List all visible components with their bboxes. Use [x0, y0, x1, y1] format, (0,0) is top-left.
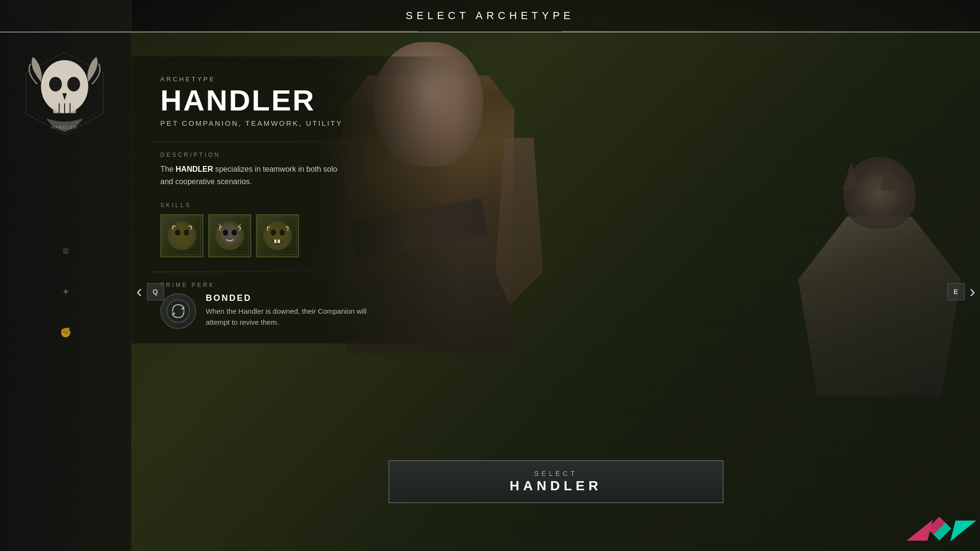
right-key-label: E	[947, 283, 965, 300]
skill-icon-2[interactable]	[208, 214, 251, 257]
perk-text: BONDED When the Handler is downed, their…	[206, 293, 368, 328]
left-key-label: Q	[147, 283, 164, 300]
left-panel: HANDLER ≡ ✦ ✊	[0, 0, 132, 551]
svg-point-14	[223, 229, 228, 235]
select-button-name: HANDLER	[510, 478, 602, 494]
skills-section: SKILLS	[160, 202, 438, 257]
logo-x: ◤	[951, 517, 970, 541]
info-panel: ARCHETYPE HANDLER PET COMPANION, TEAMWOR…	[132, 56, 457, 343]
svg-point-10	[173, 224, 191, 243]
nav-arrow-right[interactable]: E ›	[947, 282, 975, 302]
dog-body	[798, 157, 961, 396]
sidebar-icon-menu[interactable]: ≡	[55, 241, 77, 262]
header-left-line	[0, 31, 418, 32]
studio-logo: ◢ ◤	[908, 517, 970, 541]
description-section: DESCRIPTION The HANDLER specializes in t…	[160, 152, 438, 187]
logo-v: ◢	[908, 517, 927, 541]
skill-icon-3-inner	[263, 221, 292, 250]
svg-point-21	[167, 300, 189, 322]
archetype-name: HANDLER	[160, 86, 438, 115]
divider-1	[151, 142, 438, 142]
skill-icon-3[interactable]	[256, 214, 299, 257]
svg-point-12	[184, 229, 189, 235]
sidebar-icon-fist[interactable]: ✊	[55, 322, 77, 343]
perk-description: When the Handler is downed, their Compan…	[206, 306, 368, 328]
svg-point-15	[232, 229, 237, 235]
perk-icon-svg	[165, 298, 191, 324]
select-handler-button[interactable]: SELECT HANDLER	[389, 460, 724, 503]
skills-label: SKILLS	[160, 202, 438, 209]
sidebar-icons-container: ≡ ✦ ✊	[0, 33, 132, 551]
prime-perk-section: PRIME PERK BONDED When the Handler is do…	[160, 282, 438, 329]
skill-2-svg	[217, 223, 243, 249]
sidebar-icon-star[interactable]: ✦	[55, 281, 77, 303]
right-chevron-icon: ›	[969, 282, 975, 302]
select-button-label: SELECT	[534, 470, 577, 477]
header: SELECT ARCHETYPE	[0, 0, 980, 33]
logo-diamond	[927, 517, 951, 540]
description-text: The HANDLER specializes in teamwork in b…	[160, 163, 342, 187]
svg-rect-19	[274, 240, 277, 243]
description-label: DESCRIPTION	[160, 152, 438, 158]
skill-icon-1[interactable]	[160, 214, 203, 257]
skill-icon-2-inner	[215, 221, 244, 250]
page-title: SELECT ARCHETYPE	[406, 10, 575, 22]
prime-perk-label: PRIME PERK	[160, 282, 438, 288]
logo-shape	[927, 517, 951, 541]
svg-rect-20	[278, 240, 280, 243]
nav-arrow-left[interactable]: ‹ Q	[136, 282, 164, 302]
content-area: ARCHETYPE HANDLER PET COMPANION, TEAMWOR…	[132, 33, 980, 551]
archetype-tags: PET COMPANION, TEAMWORK, UTILITY	[160, 119, 438, 127]
skill-1-svg	[169, 223, 195, 249]
perk-info: BONDED When the Handler is downed, their…	[160, 293, 438, 329]
svg-point-13	[221, 224, 239, 243]
skill-3-svg	[265, 223, 291, 249]
header-right-line	[562, 31, 980, 32]
skill-icon-1-inner	[167, 221, 196, 250]
dog-head	[844, 157, 915, 229]
svg-point-18	[279, 229, 285, 235]
perk-name: BONDED	[206, 293, 368, 303]
archetype-label: ARCHETYPE	[160, 76, 438, 83]
svg-point-11	[175, 229, 180, 235]
perk-icon	[160, 293, 196, 329]
description-bold: HANDLER	[176, 165, 213, 173]
divider-2	[151, 272, 438, 272]
left-chevron-icon: ‹	[136, 282, 142, 302]
svg-point-17	[270, 229, 276, 235]
skills-grid	[160, 214, 438, 257]
dog-torso	[798, 217, 961, 396]
svg-point-16	[269, 224, 287, 243]
archetype-info: ARCHETYPE HANDLER PET COMPANION, TEAMWOR…	[160, 71, 438, 127]
